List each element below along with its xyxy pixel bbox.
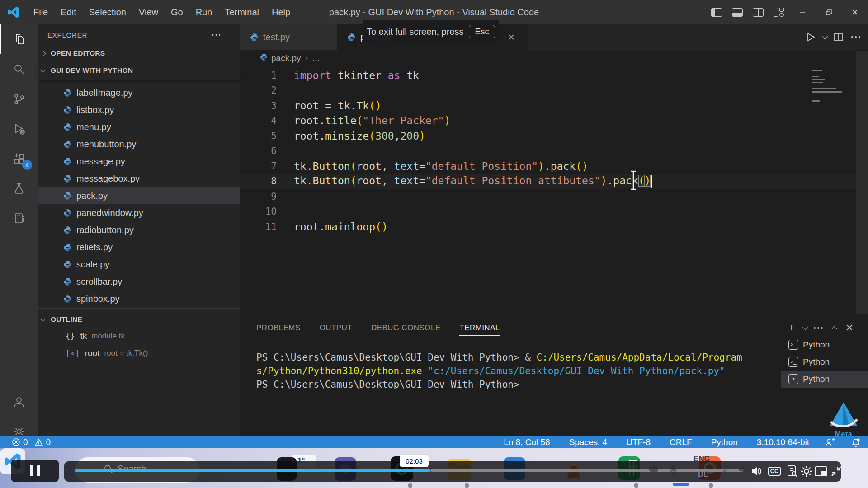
- menu-view[interactable]: View: [132, 0, 165, 24]
- restore-button[interactable]: [816, 0, 842, 24]
- keyboard-language[interactable]: ENG: [693, 455, 710, 464]
- wifi-icon[interactable]: [719, 465, 731, 475]
- toggle-sidebar-icon[interactable]: [706, 0, 727, 24]
- code-line-6[interactable]: 6: [240, 144, 856, 159]
- status-interpreter[interactable]: 3.10.10 64-bit: [757, 437, 809, 447]
- status-eol[interactable]: CRLF: [670, 437, 692, 447]
- outline-item-tk[interactable]: {}tkmodule tk: [38, 328, 240, 345]
- terminal-dropdown-icon[interactable]: [799, 320, 811, 336]
- activity-search[interactable]: [0, 54, 38, 84]
- editor-scrollbar[interactable]: [856, 51, 868, 314]
- close-tab-icon[interactable]: ✕: [508, 32, 515, 42]
- file-item-radiobutton.py[interactable]: radiobutton.py: [38, 221, 240, 239]
- activity-source-control[interactable]: [0, 84, 38, 114]
- split-editor-icon[interactable]: [830, 28, 847, 46]
- code-line-7[interactable]: 7tk.Button(root, text="default Position"…: [240, 159, 856, 174]
- code-line-2[interactable]: 2: [240, 83, 856, 99]
- file-item-spinbox.py[interactable]: spinbox.py: [38, 290, 240, 307]
- minimize-button[interactable]: [789, 0, 816, 24]
- minimap[interactable]: [812, 70, 848, 103]
- code-line-5[interactable]: 5root.minsize(300,200): [240, 128, 856, 144]
- outline-item-root[interactable]: [∘]rootroot = tk.Tk(): [38, 345, 240, 362]
- activity-testing[interactable]: [0, 174, 38, 203]
- terminal-output[interactable]: PS C:\Users\Camus\Desktop\GUI Dev With P…: [256, 351, 742, 391]
- file-item-reliefs.py[interactable]: reliefs.py: [38, 239, 240, 256]
- activity-notebook[interactable]: [0, 203, 38, 233]
- activity-account[interactable]: [0, 387, 38, 417]
- picture-in-picture-icon[interactable]: [814, 464, 828, 479]
- file-item-partial[interactable]: label.py: [38, 80, 240, 84]
- status-indentation[interactable]: Spaces: 4: [569, 437, 608, 447]
- panel-tab-problems[interactable]: PROBLEMS: [256, 320, 301, 336]
- status-encoding[interactable]: UTF-8: [626, 437, 651, 447]
- file-item-menubutton.py[interactable]: menubutton.py: [38, 136, 240, 153]
- panel-tab-debug-console[interactable]: DEBUG CONSOLE: [371, 320, 441, 336]
- code-line-11[interactable]: 11root.mainloop(): [240, 219, 856, 235]
- code-line-4[interactable]: 4root.title("Ther Packer"): [240, 113, 856, 129]
- menu-go[interactable]: Go: [165, 0, 189, 24]
- volume-icon[interactable]: [750, 464, 764, 479]
- workspace-section[interactable]: GUI DEV WITH PYTHON: [38, 61, 240, 80]
- tab-test.py[interactable]: test.py: [240, 24, 337, 50]
- code-line-1[interactable]: 1import tkinter as tk: [240, 68, 856, 83]
- transcript-icon[interactable]: [785, 464, 800, 479]
- microphone-icon[interactable]: [669, 465, 677, 478]
- menu-run[interactable]: Run: [189, 0, 219, 24]
- notifications-bell-icon[interactable]: [851, 437, 861, 447]
- open-editors-section[interactable]: OPEN EDITORS: [38, 45, 240, 61]
- file-item-message.py[interactable]: message.py: [38, 153, 240, 170]
- menu-terminal[interactable]: Terminal: [218, 0, 265, 24]
- file-item-scrollbar.py[interactable]: scrollbar.py: [38, 273, 240, 290]
- terminal-instance-3[interactable]: >Python: [781, 371, 868, 388]
- breadcrumb-more[interactable]: ...: [312, 53, 320, 63]
- terminal-instance-2[interactable]: >_Python: [781, 353, 868, 371]
- activity-extensions[interactable]: 4: [0, 144, 38, 174]
- status-language[interactable]: Python: [711, 437, 738, 447]
- activity-explorer[interactable]: [0, 24, 38, 54]
- panel-tab-output[interactable]: OUTPUT: [320, 320, 352, 336]
- code-line-3[interactable]: 3root = tk.Tk(): [240, 98, 856, 113]
- file-item-messagebox.py[interactable]: messagebox.py: [38, 170, 240, 187]
- file-item-panedwindow.py[interactable]: panedwindow.py: [38, 204, 240, 221]
- exit-fullscreen-icon[interactable]: [829, 464, 844, 479]
- code-line-10[interactable]: 10: [240, 204, 856, 220]
- menu-file[interactable]: File: [27, 0, 54, 24]
- menu-edit[interactable]: Edit: [54, 0, 82, 24]
- file-item-scale.py[interactable]: scale.py: [38, 256, 240, 273]
- tray-expand-icon[interactable]: [630, 465, 640, 474]
- maximize-panel-icon[interactable]: [826, 320, 842, 336]
- onedrive-icon[interactable]: [647, 465, 661, 475]
- error-count[interactable]: 0: [23, 437, 28, 447]
- explorer-more-actions-icon[interactable]: ⋯: [211, 29, 222, 41]
- settings-icon[interactable]: [799, 464, 814, 479]
- panel-tab-terminal[interactable]: TERMINAL: [459, 320, 500, 336]
- run-python-file-icon[interactable]: [802, 28, 819, 46]
- activity-run-and-debug[interactable]: [0, 114, 38, 144]
- close-panel-icon[interactable]: ✕: [842, 320, 857, 336]
- split-editor-layout-icon[interactable]: [748, 0, 769, 24]
- toggle-panel-icon[interactable]: [727, 0, 748, 24]
- file-item-labelImage.py[interactable]: labelImage.py: [38, 84, 240, 101]
- file-item-listbox.py[interactable]: listbox.py: [38, 101, 240, 118]
- sound-icon[interactable]: [738, 465, 749, 476]
- file-item-pack.py[interactable]: pack.py: [38, 187, 240, 204]
- file-item-menu.py[interactable]: menu.py: [38, 118, 240, 136]
- feedback-icon[interactable]: [825, 438, 835, 447]
- terminal-instance-1[interactable]: >_Python: [781, 336, 868, 353]
- close-window-button[interactable]: ✕: [842, 0, 868, 24]
- panel-more-actions-icon[interactable]: [811, 320, 826, 336]
- outline-section[interactable]: OUTLINE: [38, 311, 240, 328]
- code-editor[interactable]: 1import tkinter as tk23root = tk.Tk()4ro…: [240, 68, 856, 235]
- breadcrumb[interactable]: pack.py › ...: [240, 50, 868, 67]
- warning-count[interactable]: 0: [46, 437, 51, 447]
- captions-icon[interactable]: CC: [767, 464, 782, 479]
- pause-button[interactable]: [11, 460, 59, 482]
- progress-elapsed[interactable]: [75, 469, 430, 472]
- keyboard-language-secondary[interactable]: DE: [698, 470, 709, 479]
- status-cursor-position[interactable]: Ln 8, Col 58: [504, 437, 550, 447]
- code-line-9[interactable]: 9: [240, 189, 856, 204]
- new-terminal-icon[interactable]: +: [784, 320, 799, 336]
- customize-layout-icon[interactable]: [769, 0, 789, 24]
- code-line-8[interactable]: 8tk.Button(root, text="default Position …: [240, 174, 856, 189]
- menu-selection[interactable]: Selection: [83, 0, 132, 24]
